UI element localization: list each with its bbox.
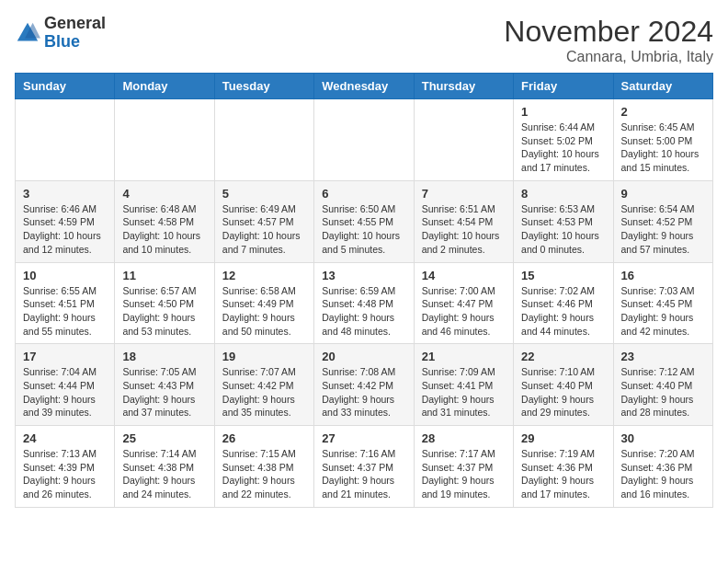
day-number: 19 <box>222 350 306 363</box>
calendar-cell <box>314 99 414 181</box>
day-info: Sunrise: 7:05 AMSunset: 4:43 PMDaylight:… <box>122 365 206 419</box>
calendar-cell <box>214 99 313 181</box>
calendar-cell: 8Sunrise: 6:53 AMSunset: 4:53 PMDaylight… <box>514 180 613 262</box>
day-number: 1 <box>521 105 605 119</box>
day-number: 10 <box>23 269 107 282</box>
day-info: Sunrise: 6:57 AMSunset: 4:50 PMDaylight:… <box>122 284 206 339</box>
day-info: Sunrise: 6:53 AMSunset: 4:53 PMDaylight:… <box>521 202 605 257</box>
day-number: 23 <box>621 350 705 363</box>
day-info: Sunrise: 7:17 AMSunset: 4:37 PMDaylight:… <box>422 447 506 501</box>
day-info: Sunrise: 7:19 AMSunset: 4:36 PMDaylight:… <box>521 447 605 501</box>
calendar-cell: 13Sunrise: 6:59 AMSunset: 4:48 PMDayligh… <box>314 262 414 344</box>
calendar-cell: 22Sunrise: 7:10 AMSunset: 4:40 PMDayligh… <box>514 344 613 426</box>
day-info: Sunrise: 6:55 AMSunset: 4:51 PMDaylight:… <box>23 284 107 339</box>
calendar-cell: 25Sunrise: 7:14 AMSunset: 4:38 PMDayligh… <box>115 426 214 508</box>
calendar-cell: 15Sunrise: 7:02 AMSunset: 4:46 PMDayligh… <box>514 262 613 344</box>
calendar-cell <box>414 99 513 181</box>
day-number: 24 <box>23 431 107 445</box>
day-number: 7 <box>422 187 506 201</box>
calendar-cell: 19Sunrise: 7:07 AMSunset: 4:42 PMDayligh… <box>214 344 313 426</box>
location-subtitle: Cannara, Umbria, Italy <box>504 49 713 65</box>
day-info: Sunrise: 7:08 AMSunset: 4:42 PMDaylight:… <box>322 365 405 419</box>
day-info: Sunrise: 7:00 AMSunset: 4:47 PMDaylight:… <box>422 284 506 339</box>
day-info: Sunrise: 6:49 AMSunset: 4:57 PMDaylight:… <box>222 202 306 257</box>
calendar-cell <box>115 99 214 181</box>
day-info: Sunrise: 6:46 AMSunset: 4:59 PMDaylight:… <box>23 202 107 257</box>
calendar-cell: 26Sunrise: 7:15 AMSunset: 4:38 PMDayligh… <box>214 426 313 508</box>
day-number: 25 <box>122 431 206 445</box>
day-info: Sunrise: 6:58 AMSunset: 4:49 PMDaylight:… <box>222 284 306 339</box>
day-number: 12 <box>222 269 306 282</box>
day-number: 18 <box>122 350 206 363</box>
day-number: 20 <box>322 350 405 363</box>
calendar-cell <box>16 99 115 181</box>
calendar-cell: 10Sunrise: 6:55 AMSunset: 4:51 PMDayligh… <box>16 262 115 344</box>
calendar-week-3: 10Sunrise: 6:55 AMSunset: 4:51 PMDayligh… <box>16 262 713 344</box>
calendar-cell: 23Sunrise: 7:12 AMSunset: 4:40 PMDayligh… <box>613 344 712 426</box>
title-block: November 2024 Cannara, Umbria, Italy <box>504 15 713 65</box>
calendar-cell: 2Sunrise: 6:45 AMSunset: 5:00 PMDaylight… <box>613 99 712 181</box>
day-info: Sunrise: 7:09 AMSunset: 4:41 PMDaylight:… <box>422 365 506 419</box>
calendar-cell: 21Sunrise: 7:09 AMSunset: 4:41 PMDayligh… <box>414 344 513 426</box>
day-info: Sunrise: 7:12 AMSunset: 4:40 PMDaylight:… <box>621 365 705 419</box>
day-number: 16 <box>621 269 705 282</box>
day-info: Sunrise: 7:20 AMSunset: 4:36 PMDaylight:… <box>621 447 705 501</box>
day-number: 21 <box>422 350 506 363</box>
calendar-cell: 29Sunrise: 7:19 AMSunset: 4:36 PMDayligh… <box>514 426 613 508</box>
calendar-cell: 12Sunrise: 6:58 AMSunset: 4:49 PMDayligh… <box>214 262 313 344</box>
day-number: 14 <box>422 269 506 282</box>
day-number: 30 <box>621 431 705 445</box>
calendar-week-4: 17Sunrise: 7:04 AMSunset: 4:44 PMDayligh… <box>16 344 713 426</box>
calendar-cell: 11Sunrise: 6:57 AMSunset: 4:50 PMDayligh… <box>115 262 214 344</box>
calendar-body: 1Sunrise: 6:44 AMSunset: 5:02 PMDaylight… <box>16 99 713 508</box>
day-info: Sunrise: 6:45 AMSunset: 5:00 PMDaylight:… <box>621 121 705 175</box>
day-number: 2 <box>621 105 705 119</box>
day-number: 11 <box>122 269 206 282</box>
header-row: Sunday Monday Tuesday Wednesday Thursday… <box>16 74 713 99</box>
col-wednesday: Wednesday <box>314 74 414 99</box>
day-info: Sunrise: 7:03 AMSunset: 4:45 PMDaylight:… <box>621 284 705 339</box>
calendar-cell: 14Sunrise: 7:00 AMSunset: 4:47 PMDayligh… <box>414 262 513 344</box>
col-tuesday: Tuesday <box>214 74 313 99</box>
col-saturday: Saturday <box>613 74 712 99</box>
day-number: 26 <box>222 431 306 445</box>
day-number: 28 <box>422 431 506 445</box>
day-info: Sunrise: 6:59 AMSunset: 4:48 PMDaylight:… <box>322 284 405 339</box>
day-info: Sunrise: 6:44 AMSunset: 5:02 PMDaylight:… <box>521 121 605 175</box>
day-number: 9 <box>621 187 705 201</box>
calendar-cell: 5Sunrise: 6:49 AMSunset: 4:57 PMDaylight… <box>214 180 313 262</box>
page-header: General Blue November 2024 Cannara, Umbr… <box>15 15 713 65</box>
col-friday: Friday <box>514 74 613 99</box>
calendar-week-2: 3Sunrise: 6:46 AMSunset: 4:59 PMDaylight… <box>16 180 713 262</box>
day-number: 17 <box>23 350 107 363</box>
day-number: 6 <box>322 187 405 201</box>
day-info: Sunrise: 7:04 AMSunset: 4:44 PMDaylight:… <box>23 365 107 419</box>
calendar-week-5: 24Sunrise: 7:13 AMSunset: 4:39 PMDayligh… <box>16 426 713 508</box>
col-monday: Monday <box>115 74 214 99</box>
day-number: 8 <box>521 187 605 201</box>
day-info: Sunrise: 7:10 AMSunset: 4:40 PMDaylight:… <box>521 365 605 419</box>
calendar-cell: 3Sunrise: 6:46 AMSunset: 4:59 PMDaylight… <box>16 180 115 262</box>
day-info: Sunrise: 7:14 AMSunset: 4:38 PMDaylight:… <box>122 447 206 501</box>
logo-general: General <box>44 15 106 33</box>
day-number: 29 <box>521 431 605 445</box>
col-thursday: Thursday <box>414 74 513 99</box>
logo-text: General Blue <box>44 15 106 52</box>
calendar-cell: 27Sunrise: 7:16 AMSunset: 4:37 PMDayligh… <box>314 426 414 508</box>
calendar-cell: 7Sunrise: 6:51 AMSunset: 4:54 PMDaylight… <box>414 180 513 262</box>
day-number: 15 <box>521 269 605 282</box>
day-info: Sunrise: 6:48 AMSunset: 4:58 PMDaylight:… <box>122 202 206 257</box>
calendar-week-1: 1Sunrise: 6:44 AMSunset: 5:02 PMDaylight… <box>16 99 713 181</box>
col-sunday: Sunday <box>16 74 115 99</box>
day-info: Sunrise: 7:15 AMSunset: 4:38 PMDaylight:… <box>222 447 306 501</box>
logo-icon <box>15 20 40 46</box>
day-number: 13 <box>322 269 405 282</box>
calendar-cell: 6Sunrise: 6:50 AMSunset: 4:55 PMDaylight… <box>314 180 414 262</box>
day-number: 22 <box>521 350 605 363</box>
day-number: 4 <box>122 187 206 201</box>
day-info: Sunrise: 6:54 AMSunset: 4:52 PMDaylight:… <box>621 202 705 257</box>
day-number: 3 <box>23 187 107 201</box>
day-info: Sunrise: 7:13 AMSunset: 4:39 PMDaylight:… <box>23 447 107 501</box>
day-info: Sunrise: 6:50 AMSunset: 4:55 PMDaylight:… <box>322 202 405 257</box>
calendar-cell: 17Sunrise: 7:04 AMSunset: 4:44 PMDayligh… <box>16 344 115 426</box>
